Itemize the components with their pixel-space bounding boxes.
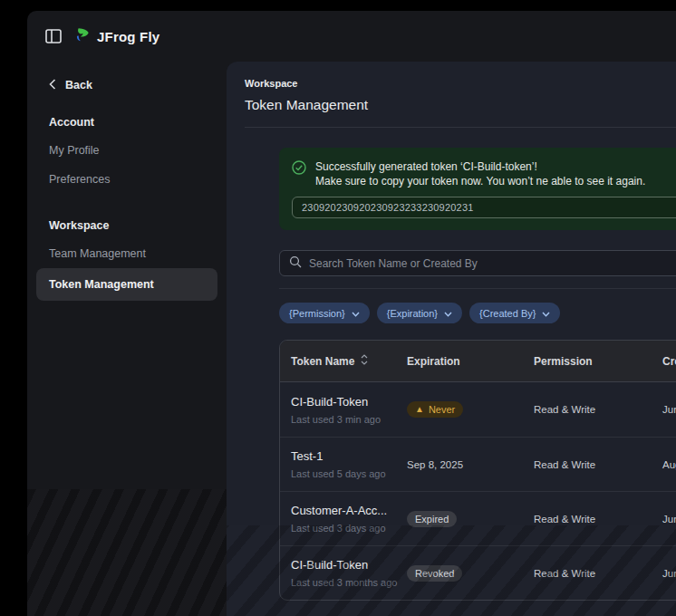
filter-created-by-label: {Created By}	[479, 308, 536, 319]
created-value: Jun 8	[653, 404, 676, 415]
app-title: JFrog Fly	[97, 29, 159, 44]
token-table-body: CI-Build-Token Last used 3 min ago ▲ Nev…	[280, 382, 676, 600]
created-value: Aug	[653, 459, 676, 470]
token-last-used: Last used 3 min ago	[291, 414, 407, 425]
token-value-field[interactable]: 230920230920230923233230920231	[292, 197, 676, 218]
decorative-stripes	[27, 489, 227, 616]
jfrog-logo-icon	[74, 26, 90, 46]
column-header-created[interactable]: Created	[653, 355, 676, 368]
token-name-cell: CI-Build-Token Last used 3 months ago	[280, 558, 407, 588]
table-row[interactable]: Test-1 Last used 5 days ago Sep 8, 2025 …	[280, 437, 676, 491]
success-banner: Successfully generated token ‘CI-Build-t…	[279, 148, 676, 230]
expiration-badge: ▲ Never	[407, 401, 463, 418]
chevron-down-icon	[352, 308, 360, 319]
chevron-down-icon	[542, 308, 550, 319]
filter-permission-label: {Permission}	[289, 308, 345, 319]
sort-icon	[361, 354, 368, 368]
expiration-value: Never	[429, 404, 455, 415]
section-header-workspace: Workspace	[36, 212, 217, 239]
sidebar-item-token-management[interactable]: Token Management	[36, 268, 217, 301]
section-header-account: Account	[36, 109, 217, 136]
column-header-permission[interactable]: Permission	[534, 355, 653, 368]
warning-icon: ▲	[415, 405, 424, 414]
search-bar[interactable]	[279, 250, 676, 276]
created-value: Jun 8	[653, 568, 676, 579]
main-header: Workspace Token Management	[227, 62, 676, 113]
filter-expiration-label: {Expiration}	[387, 308, 438, 319]
expiration-cell: ▲ Never	[407, 401, 534, 418]
sidebar-item-preferences[interactable]: Preferences	[36, 165, 217, 194]
permission-value: Read & Write	[534, 514, 653, 525]
app-window: JFrog Fly Back Account My Profile Prefer…	[27, 11, 676, 616]
expiration-badge: Expired	[407, 511, 457, 527]
expiration-badge: Sep 8, 2025	[407, 459, 463, 470]
banner-line2: Make sure to copy your token now. You wo…	[315, 174, 645, 188]
back-label: Back	[65, 79, 92, 91]
page-title: Token Management	[245, 97, 676, 113]
expiration-cell: Sep 8, 2025	[407, 459, 534, 470]
main-panel: Workspace Token Management Succe	[227, 62, 676, 616]
expiration-cell: Revoked	[407, 565, 534, 582]
back-button[interactable]: Back	[36, 72, 217, 98]
header-divider	[245, 127, 676, 128]
check-circle-icon	[292, 160, 306, 188]
token-name-cell: Customer-A-Acc... Last used 3 days ago	[280, 504, 407, 534]
main-content: Successfully generated token ‘CI-Build-t…	[279, 148, 676, 601]
permission-value: Read & Write	[534, 568, 653, 579]
expiration-value: Sep 8, 2025	[407, 459, 463, 470]
sidebar-item-my-profile[interactable]: My Profile	[36, 136, 217, 165]
token-name: CI-Build-Token	[291, 395, 407, 409]
topbar: JFrog Fly	[27, 11, 676, 62]
permission-value: Read & Write	[534, 404, 653, 415]
token-name: Test-1	[291, 449, 407, 463]
column-header-expiration[interactable]: Expiration	[407, 355, 534, 368]
filter-created-by-chip[interactable]: {Created By}	[469, 303, 560, 323]
column-label: Token Name	[291, 355, 354, 368]
filter-expiration-chip[interactable]: {Expiration}	[377, 303, 462, 323]
sidebar-section-workspace: Workspace Team Management Token Manageme…	[36, 212, 217, 301]
filter-permission-chip[interactable]: {Permission}	[279, 303, 370, 323]
table-row[interactable]: CI-Build-Token Last used 3 months ago Re…	[280, 545, 676, 600]
expiration-value: Expired	[415, 514, 449, 525]
filter-chips: {Permission} {Expiration} {Created By}	[279, 303, 676, 323]
search-input[interactable]	[309, 257, 676, 270]
filters-divider	[279, 288, 676, 289]
app-logo: JFrog Fly	[74, 26, 159, 46]
expiration-badge: Revoked	[407, 565, 462, 582]
banner-line1: Successfully generated token ‘CI-Build-t…	[315, 159, 645, 174]
token-last-used: Last used 3 days ago	[291, 523, 407, 534]
table-row[interactable]: Customer-A-Acc... Last used 3 days ago E…	[280, 491, 676, 545]
search-icon	[289, 255, 302, 272]
token-table: Token Name Expiration Permission Created	[279, 340, 676, 601]
desktop-background: JFrog Fly Back Account My Profile Prefer…	[0, 0, 676, 616]
token-name: CI-Build-Token	[291, 558, 407, 572]
token-name-cell: Test-1 Last used 5 days ago	[280, 449, 407, 479]
breadcrumb: Workspace	[245, 78, 676, 89]
expiration-cell: Expired	[407, 511, 534, 527]
banner-text: Successfully generated token ‘CI-Build-t…	[315, 159, 645, 188]
permission-value: Read & Write	[534, 459, 653, 470]
sidebar-toggle-icon[interactable]	[45, 29, 62, 43]
expiration-value: Revoked	[415, 568, 454, 579]
sidebar-section-account: Account My Profile Preferences	[36, 109, 217, 194]
created-value: Jun 7	[653, 514, 676, 525]
chevron-down-icon	[444, 308, 452, 319]
table-row[interactable]: CI-Build-Token Last used 3 min ago ▲ Nev…	[280, 382, 676, 437]
token-table-header: Token Name Expiration Permission Created	[280, 341, 676, 382]
sidebar: Back Account My Profile Preferences Work…	[27, 62, 227, 616]
token-last-used: Last used 5 days ago	[291, 468, 407, 479]
column-header-token-name[interactable]: Token Name	[280, 354, 407, 368]
token-last-used: Last used 3 months ago	[291, 577, 407, 588]
sidebar-item-team-management[interactable]: Team Management	[36, 239, 217, 268]
chevron-left-icon	[49, 77, 56, 93]
token-name: Customer-A-Acc...	[291, 504, 407, 517]
token-name-cell: CI-Build-Token Last used 3 min ago	[280, 395, 407, 425]
